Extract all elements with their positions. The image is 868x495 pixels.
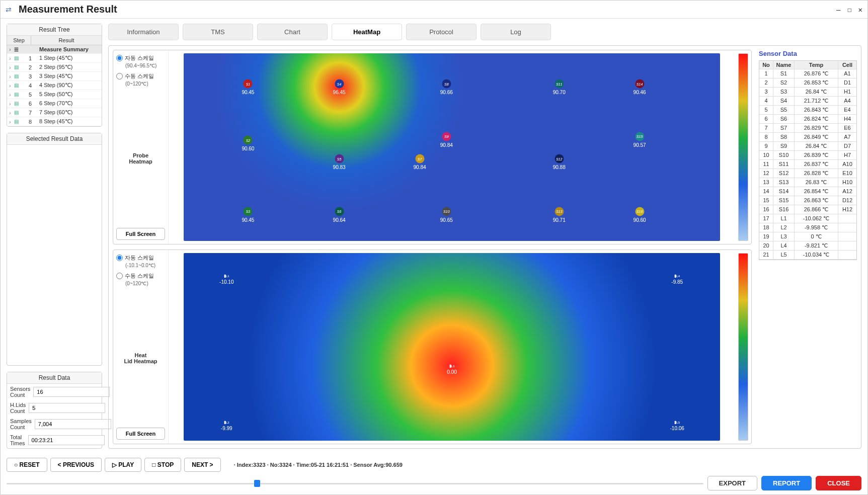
previous-button[interactable]: < PREVIOUS xyxy=(50,458,102,472)
tree-row[interactable]: ›▤33 Step (45℃) xyxy=(7,72,102,81)
sensor-row[interactable]: 8S826.849 ℃A7 xyxy=(759,133,856,142)
sensor-marker[interactable]: S590.83 xyxy=(333,154,346,170)
sensor-marker[interactable]: ▮L1-10.10 xyxy=(219,274,233,285)
result-data-header: Result Data xyxy=(7,372,102,384)
tab-heatmap[interactable]: HeatMap xyxy=(332,24,402,40)
result-data-field[interactable] xyxy=(29,403,105,413)
sensor-marker[interactable]: S690.64 xyxy=(333,207,346,222)
sensor-marker[interactable]: S190.45 xyxy=(242,79,254,95)
sensor-row[interactable]: 15S1526.863 ℃D12 xyxy=(759,196,856,205)
tree-icon: ▤ xyxy=(14,92,23,97)
lid-fullscreen-button[interactable]: Full Screen xyxy=(116,428,165,440)
probe-scale-manual[interactable]: 수동 스케일 xyxy=(116,72,165,80)
sensor-row[interactable]: 13S1326.83 ℃H10 xyxy=(759,178,856,187)
tree-row[interactable]: ›▤55 Step (50℃) xyxy=(7,90,102,99)
sensor-marker[interactable]: S1290.88 xyxy=(553,154,566,170)
sensor-row[interactable]: 5S526.843 ℃E4 xyxy=(759,106,856,115)
sensor-row[interactable]: 16S1626.866 ℃H12 xyxy=(759,205,856,214)
tree-icon: ▤ xyxy=(14,101,23,106)
playback-slider[interactable] xyxy=(7,479,703,488)
titlebar: ⇄ Measurement Result — ☐ ✕ xyxy=(1,1,867,19)
sensor-row[interactable]: 10S1026.839 ℃H7 xyxy=(759,151,856,160)
sensor-row[interactable]: 11S1126.837 ℃A10 xyxy=(759,160,856,169)
next-button[interactable]: NEXT > xyxy=(184,458,220,472)
sensor-marker[interactable]: ▮L2-9.99 xyxy=(221,420,232,431)
sensor-marker[interactable]: S790.84 xyxy=(414,154,426,170)
selected-result-panel: Selected Result Data xyxy=(7,133,102,366)
sensor-row[interactable]: 9S926.84 ℃D7 xyxy=(759,142,856,151)
tree-icon: ▤ xyxy=(14,73,23,79)
sensor-marker[interactable]: S390.45 xyxy=(242,207,254,222)
lid-scale-auto[interactable]: 자동 스케일 xyxy=(116,254,165,262)
result-tree-header: Result Tree xyxy=(7,24,102,36)
sensor-row[interactable]: 4S421.712 ℃A4 xyxy=(759,97,856,106)
probe-scale-auto[interactable]: 자동 스케일 xyxy=(116,54,165,62)
sensor-marker[interactable]: ▮L4-9.85 xyxy=(671,274,683,285)
sensor-marker[interactable]: S496.45 xyxy=(333,79,346,95)
stop-button[interactable]: □ STOP xyxy=(144,458,181,472)
sensor-marker[interactable]: S290.60 xyxy=(242,136,254,151)
tab-bar: InformationTMSChartHeatMapProtocolLog xyxy=(108,24,861,40)
sensor-marker[interactable]: S1590.57 xyxy=(634,132,646,147)
sensor-marker[interactable]: S1190.70 xyxy=(553,79,566,95)
sensor-row[interactable]: 7S726.829 ℃E6 xyxy=(759,124,856,133)
play-button[interactable]: ▷ PLAY xyxy=(105,458,141,472)
report-button[interactable]: REPORT xyxy=(761,476,812,490)
app-icon: ⇄ xyxy=(6,6,14,14)
sensor-marker[interactable]: S1390.71 xyxy=(553,207,566,222)
sensor-row[interactable]: 1S126.876 ℃A1 xyxy=(759,69,856,78)
tree-row[interactable]: ›▤44 Step (90℃) xyxy=(7,81,102,90)
tab-protocol[interactable]: Protocol xyxy=(406,24,477,40)
result-data-row: Total Times xyxy=(7,432,102,448)
sensor-data-title: Sensor Data xyxy=(759,50,857,57)
result-data-field[interactable] xyxy=(35,419,111,429)
colorbar xyxy=(738,53,748,241)
sensor-marker[interactable]: S1490.46 xyxy=(634,79,646,95)
tree-row[interactable]: ›▤11 Step (45℃) xyxy=(7,54,102,63)
lid-scale-manual[interactable]: 수동 스케일 xyxy=(116,272,165,280)
tab-tms[interactable]: TMS xyxy=(183,24,253,40)
sensor-row[interactable]: 12S1226.828 ℃E10 xyxy=(759,169,856,178)
probe-heatmap-canvas[interactable]: S190.45S496.45S890.66S1190.70S1490.46S29… xyxy=(184,53,720,241)
export-button[interactable]: EXPORT xyxy=(707,476,757,490)
close-button[interactable]: CLOSE xyxy=(816,476,861,490)
sensor-row[interactable]: 19L30 ℃ xyxy=(759,232,856,241)
sensor-row[interactable]: 2S226.853 ℃D1 xyxy=(759,78,856,88)
maximize-icon[interactable]: ☐ xyxy=(847,6,851,14)
selected-result-header: Selected Result Data xyxy=(7,133,102,145)
sensor-marker[interactable]: S1090.65 xyxy=(440,207,453,222)
tab-information[interactable]: Information xyxy=(108,24,179,40)
sensor-row[interactable]: 3S326.84 ℃H1 xyxy=(759,88,856,97)
sensor-marker[interactable]: ▮L5-10.06 xyxy=(670,420,684,431)
sensor-marker[interactable]: S890.66 xyxy=(440,79,453,95)
sensor-row[interactable]: 20L4-9.821 ℃ xyxy=(759,241,856,251)
sensor-row[interactable]: 17L1-10.062 ℃ xyxy=(759,214,856,223)
tree-icon: ▤ xyxy=(14,110,23,115)
sensor-marker[interactable]: ▮L30.00 xyxy=(447,364,456,375)
result-data-panel: Result Data Sensors CountH.Lids CountSam… xyxy=(7,372,102,449)
tree-row[interactable]: ›▤77 Step (60℃) xyxy=(7,108,102,117)
tab-chart[interactable]: Chart xyxy=(257,24,328,40)
sensor-row[interactable]: 21L5-10.034 ℃ xyxy=(759,251,856,260)
close-icon[interactable]: ✕ xyxy=(858,6,862,14)
reset-button[interactable]: ○ RESET xyxy=(7,458,47,472)
sensor-marker[interactable]: S990.84 xyxy=(440,132,453,147)
sensor-marker[interactable]: S1690.60 xyxy=(634,207,646,222)
sensor-row[interactable]: 14S1426.854 ℃A12 xyxy=(759,187,856,196)
tree-row[interactable]: ›▤22 Step (95℃) xyxy=(7,63,102,72)
sensor-row[interactable]: 18L2-9.958 ℃ xyxy=(759,223,856,232)
tree-row[interactable]: ›▤66 Step (70℃) xyxy=(7,99,102,108)
result-data-field[interactable] xyxy=(28,435,105,445)
status-text: · Index:3323 · No:3324 · Time:05-21 16:2… xyxy=(234,462,403,468)
tab-log[interactable]: Log xyxy=(481,24,551,40)
probe-fullscreen-button[interactable]: Full Screen xyxy=(116,228,165,240)
tree-summary-row[interactable]: ›☰ Measure Summary xyxy=(7,45,102,54)
sensor-row[interactable]: 6S626.824 ℃H4 xyxy=(759,115,856,124)
probe-heatmap-label: ProbeHeatmap xyxy=(129,152,152,164)
probe-heatmap-card: 자동 스케일 (90.4~96.5℃) 수동 스케일 (0~120℃) Prob… xyxy=(113,50,752,244)
lid-heatmap-canvas[interactable]: ▮L1-10.10▮L4-9.85▮L30.00▮L2-9.99▮L5-10.0… xyxy=(184,253,720,441)
result-data-field[interactable] xyxy=(33,387,110,397)
window-title: Measurement Result xyxy=(19,4,831,15)
tree-row[interactable]: ›▤88 Step (45℃) xyxy=(7,117,102,126)
minimize-icon[interactable]: — xyxy=(836,6,840,14)
